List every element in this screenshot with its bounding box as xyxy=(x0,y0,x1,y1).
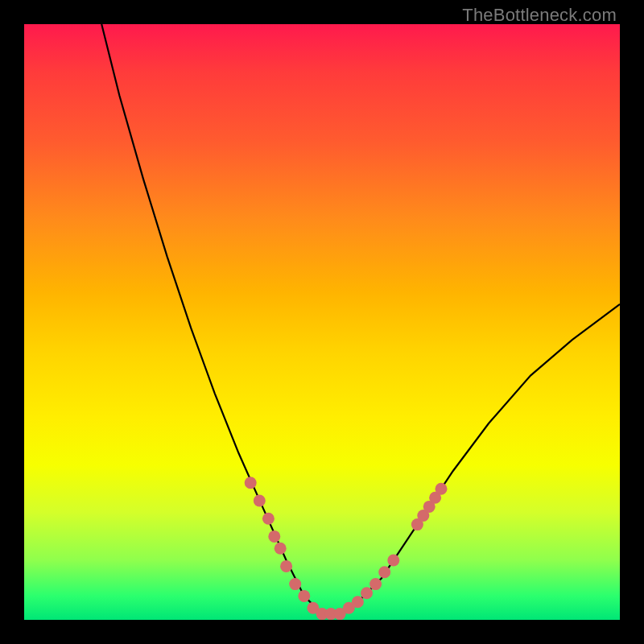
marker-dot xyxy=(436,483,448,495)
chart-frame: TheBottleneck.com xyxy=(0,0,644,644)
watermark-text: TheBottleneck.com xyxy=(462,5,617,26)
marker-dot xyxy=(268,530,280,543)
marker-group xyxy=(245,477,448,620)
marker-dot xyxy=(369,578,382,590)
curve-svg xyxy=(24,24,620,620)
marker-dot xyxy=(245,477,257,489)
marker-dot xyxy=(378,566,390,578)
marker-dot xyxy=(254,495,266,507)
marker-dot xyxy=(262,513,275,525)
plot-area xyxy=(24,24,620,620)
bottleneck-curve xyxy=(101,24,620,614)
marker-dot xyxy=(361,587,373,599)
marker-dot xyxy=(387,555,399,567)
marker-dot xyxy=(280,560,292,572)
marker-dot xyxy=(352,596,364,608)
marker-dot xyxy=(289,578,301,590)
marker-dot xyxy=(275,543,287,555)
marker-dot xyxy=(298,590,310,602)
